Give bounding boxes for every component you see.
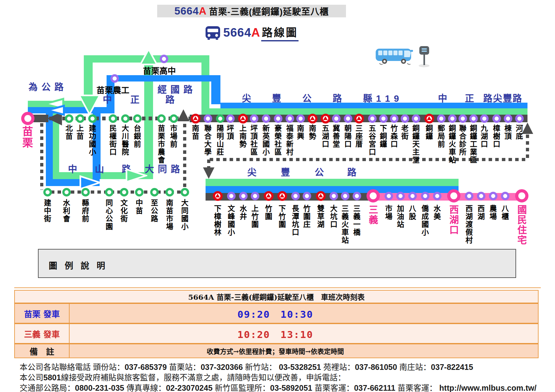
- station-marker: [321, 114, 330, 124]
- route-number: 5664: [174, 5, 199, 17]
- station-marker: [76, 114, 84, 123]
- station-marker: [296, 114, 305, 123]
- station-marker: [408, 192, 417, 200]
- station-label: 文峰國小: [227, 205, 234, 236]
- station-label: 中苗: [135, 199, 142, 215]
- station-label: 西湖口: [448, 205, 458, 235]
- subtitle-route-letter: A: [251, 26, 260, 39]
- timetable-row-label: 三義 發車: [15, 324, 70, 343]
- station-label: 三義火車站: [341, 205, 348, 244]
- station-marker: [227, 192, 236, 200]
- route-letter: A: [199, 5, 207, 17]
- station-label: 市場: [385, 205, 392, 220]
- station-marker: [341, 192, 349, 200]
- blue-right-arrow: [79, 175, 101, 190]
- station-marker: [515, 189, 528, 202]
- road-label: 縣 1 1 9: [363, 91, 400, 104]
- station-label: 郵局前: [437, 124, 444, 148]
- page-title: 5664 A 苗栗-三義(經銅鑼)延駛至八櫃: [157, 5, 346, 17]
- station-label: 三座厝: [355, 124, 362, 148]
- start-station-label: 苗栗: [22, 126, 32, 148]
- station-label: 竹圍: [264, 205, 272, 220]
- station-label: 雙草湖: [317, 205, 324, 228]
- station-label: 三義一橋: [353, 205, 360, 236]
- station-marker: [262, 114, 270, 123]
- road-label: 中: [68, 162, 78, 175]
- start-station-marker: [21, 112, 34, 125]
- station-label: 同心公園: [105, 199, 112, 231]
- road-label: 豐: [272, 91, 282, 104]
- road-label: 中: [438, 91, 448, 104]
- timetable-row-label: 備 註: [15, 344, 70, 358]
- road-label: 公: [315, 165, 324, 178]
- station-marker: [213, 191, 223, 201]
- station-label: 上南勢: [239, 124, 246, 148]
- station-label: 竹森口: [390, 124, 397, 148]
- station-label: 五湖口: [321, 124, 329, 148]
- station-label: 國民住宅: [516, 205, 526, 245]
- station-label: 南苗: [191, 124, 199, 140]
- station-label: 僑成國小: [421, 205, 428, 236]
- station-label: 南苗市場: [165, 199, 173, 231]
- station-marker: [385, 192, 393, 200]
- station-marker: [264, 191, 274, 201]
- station-label: 冀善堂: [332, 124, 339, 148]
- station-label: 銅鑼: [425, 124, 432, 140]
- station-label: 九湖口: [480, 124, 487, 148]
- station-marker: [433, 192, 441, 200]
- station-label: 建中街: [43, 199, 51, 223]
- station-marker: [448, 114, 457, 123]
- station-marker: [303, 192, 311, 200]
- station-marker: [121, 114, 130, 123]
- station-label: 農場: [489, 205, 496, 220]
- station-label: 坪頂: [226, 124, 233, 140]
- station-label: 加油站: [396, 205, 404, 228]
- landmark-label: 苗栗高中: [143, 64, 176, 76]
- station-label: 河底: [515, 124, 522, 140]
- station-label: 水利會: [62, 199, 70, 223]
- station-label: 北苗: [65, 124, 72, 140]
- timetable-row-value: 09:20 10:30: [237, 306, 313, 321]
- station-label: 下銅鑼: [379, 124, 386, 148]
- road-label: 路尖豐路: [483, 91, 522, 104]
- station-label: 銅鑼工業區: [469, 124, 477, 164]
- station-label: 市場前: [170, 124, 177, 148]
- station-marker: [480, 114, 489, 123]
- station-marker: [424, 114, 434, 124]
- blue-line-miaoli: [28, 107, 114, 113]
- road-label: 豐: [281, 165, 291, 178]
- station-marker: [216, 114, 225, 123]
- station-marker: [390, 114, 398, 123]
- map-subtitle: 5664 A 路線圖: [204, 25, 299, 40]
- station-marker: [226, 114, 235, 123]
- station-label: 大川醫院: [121, 124, 128, 156]
- station-label: 棟頂: [504, 124, 511, 140]
- station-marker: [274, 114, 282, 123]
- station-label: 長潭坑口: [291, 205, 299, 236]
- station-marker: [250, 114, 258, 123]
- station-marker: [354, 114, 364, 124]
- station-marker: [170, 114, 178, 123]
- timetable-header: 5664A 苗栗-三義(經銅鑼)延駛至八櫃 車班次時刻表: [14, 290, 539, 303]
- timetable-row: 備 註收費方式→依里程計費；發車時間→依表定時間: [14, 344, 539, 358]
- bus-front-icon: [204, 25, 221, 40]
- station-marker: [501, 192, 509, 200]
- station-marker: [437, 114, 446, 123]
- timetable-title: 5664A 苗栗-三義(經銅鑼)延駛至八櫃 車班次時刻表: [188, 291, 365, 302]
- datong-up-arrow: [177, 109, 189, 121]
- station-label: 下樟樹林: [213, 205, 221, 236]
- footer-line: 交通部公路局：0800-231-035 傳真專線：02-23070245 新竹區…: [20, 382, 536, 392]
- station-label: 聯合大學: [204, 124, 211, 156]
- blue-left-hollow-arrow: [46, 105, 65, 116]
- station-label: 新英國小: [262, 124, 269, 156]
- station-label: 竹圍庄: [303, 205, 310, 228]
- station-marker: [412, 114, 420, 123]
- station-marker: [105, 188, 114, 196]
- station-marker: [316, 191, 326, 201]
- station-marker: [181, 188, 189, 196]
- road-label: 正: [465, 91, 475, 104]
- route-name: 苗栗-三義(經銅鑼)延駛至八櫃: [209, 5, 329, 17]
- timetable-row-label: 苗栗 發車: [15, 304, 70, 323]
- station-label: 上苗: [76, 124, 83, 140]
- station-marker: [330, 192, 338, 200]
